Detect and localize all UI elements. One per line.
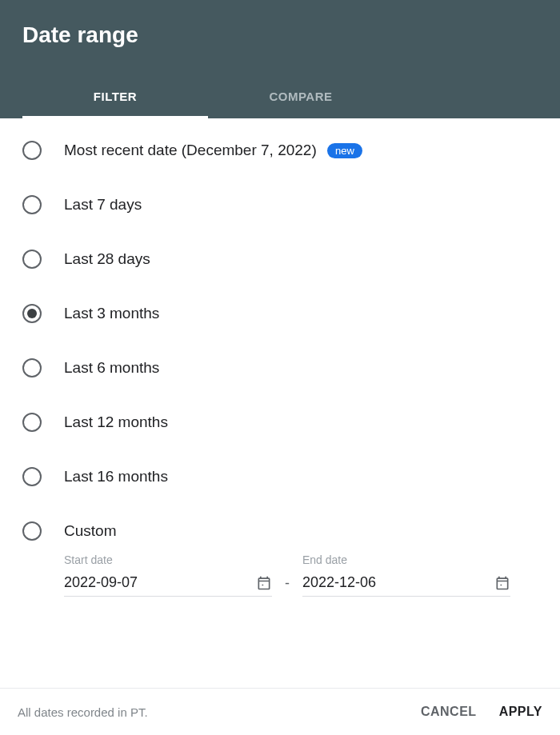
custom-date-fields: Start date 2022-09-07 - End date 2022-12… bbox=[64, 553, 538, 597]
radio-icon bbox=[22, 304, 42, 323]
radio-icon bbox=[22, 250, 42, 269]
option-last-16-months[interactable]: Last 16 months bbox=[22, 467, 538, 486]
dialog-header: Date range FILTER COMPARE bbox=[0, 0, 560, 118]
tab-bar: FILTER COMPARE bbox=[22, 77, 538, 118]
calendar-icon bbox=[256, 575, 272, 591]
radio-icon bbox=[22, 141, 42, 160]
option-most-recent[interactable]: Most recent date (December 7, 2022) new bbox=[22, 141, 538, 160]
radio-icon bbox=[22, 413, 42, 432]
option-label: Last 12 months bbox=[64, 413, 168, 431]
option-label: Last 16 months bbox=[64, 468, 168, 485]
option-last-28-days[interactable]: Last 28 days bbox=[22, 250, 538, 269]
option-label: Most recent date (December 7, 2022) new bbox=[64, 142, 362, 159]
option-custom[interactable]: Custom bbox=[22, 521, 538, 541]
end-date-field[interactable]: End date 2022-12-06 bbox=[302, 553, 510, 597]
radio-icon bbox=[22, 467, 42, 486]
end-date-label: End date bbox=[302, 553, 510, 566]
apply-button[interactable]: APPLY bbox=[499, 705, 542, 719]
dialog-footer: All dates recorded in PT. CANCEL APPLY bbox=[0, 688, 560, 735]
start-date-input[interactable]: 2022-09-07 bbox=[64, 574, 272, 597]
cancel-button[interactable]: CANCEL bbox=[421, 705, 477, 719]
option-label: Last 6 months bbox=[64, 359, 159, 377]
tab-filter[interactable]: FILTER bbox=[22, 77, 208, 118]
option-last-3-months[interactable]: Last 3 months bbox=[22, 304, 538, 323]
calendar-icon bbox=[494, 575, 510, 591]
start-date-label: Start date bbox=[64, 553, 272, 566]
end-date-input[interactable]: 2022-12-06 bbox=[302, 574, 510, 597]
new-badge: new bbox=[327, 143, 362, 158]
option-last-6-months[interactable]: Last 6 months bbox=[22, 358, 538, 377]
start-date-field[interactable]: Start date 2022-09-07 bbox=[64, 553, 272, 597]
end-date-value: 2022-12-06 bbox=[302, 574, 376, 591]
option-label: Last 7 days bbox=[64, 196, 142, 214]
option-last-7-days[interactable]: Last 7 days bbox=[22, 195, 538, 214]
option-label: Last 28 days bbox=[64, 250, 150, 268]
option-last-12-months[interactable]: Last 12 months bbox=[22, 413, 538, 432]
start-date-value: 2022-09-07 bbox=[64, 574, 138, 591]
option-label: Last 3 months bbox=[64, 305, 159, 322]
radio-icon bbox=[22, 521, 42, 541]
footer-actions: CANCEL APPLY bbox=[421, 705, 542, 719]
radio-icon bbox=[22, 358, 42, 377]
options-list: Most recent date (December 7, 2022) new … bbox=[0, 118, 560, 688]
dialog-title: Date range bbox=[22, 22, 538, 48]
date-separator: - bbox=[285, 575, 290, 597]
timezone-note: All dates recorded in PT. bbox=[18, 705, 148, 719]
option-label: Custom bbox=[64, 522, 116, 540]
tab-compare[interactable]: COMPARE bbox=[208, 77, 394, 118]
radio-icon bbox=[22, 195, 42, 214]
